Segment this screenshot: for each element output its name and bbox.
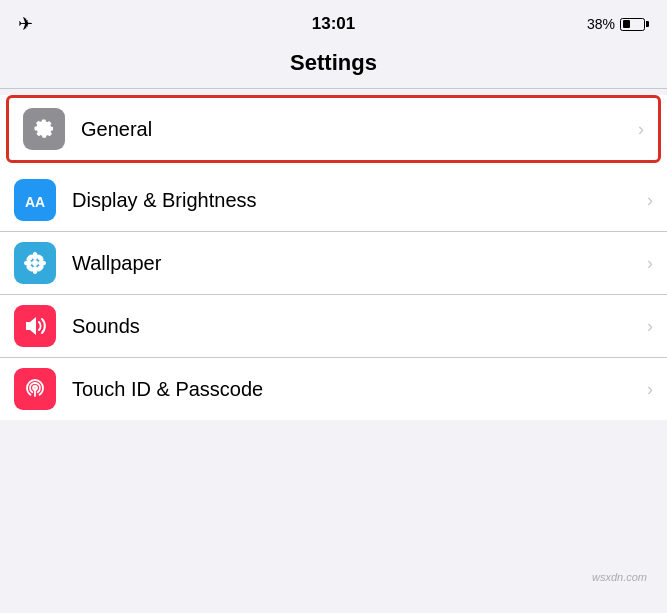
- fingerprint-svg: [22, 376, 48, 402]
- svg-point-3: [33, 266, 38, 274]
- display-icon: AA: [14, 179, 56, 221]
- svg-point-2: [33, 252, 38, 260]
- svg-point-4: [24, 261, 32, 266]
- sound-svg: [22, 313, 48, 339]
- display-label: Display & Brightness: [72, 189, 639, 212]
- page-title: Settings: [290, 50, 377, 75]
- settings-item-touchid[interactable]: Touch ID & Passcode ›: [0, 358, 667, 420]
- settings-item-wallpaper[interactable]: Wallpaper ›: [0, 232, 667, 295]
- wallpaper-chevron: ›: [647, 253, 653, 274]
- sounds-chevron: ›: [647, 316, 653, 337]
- aa-svg: AA: [22, 187, 48, 213]
- general-icon: [23, 108, 65, 150]
- sounds-label: Sounds: [72, 315, 639, 338]
- battery-tip: [646, 21, 649, 27]
- battery-fill: [623, 20, 631, 28]
- svg-point-1: [32, 260, 38, 266]
- nav-bar: Settings: [0, 44, 667, 89]
- sounds-icon: [14, 305, 56, 347]
- general-chevron: ›: [638, 119, 644, 140]
- svg-marker-10: [26, 317, 36, 335]
- status-time: 13:01: [312, 14, 355, 34]
- settings-list: General › AA Display & Brightness ›: [0, 95, 667, 420]
- status-right: 38%: [587, 16, 649, 32]
- airplane-icon: ✈: [18, 13, 33, 35]
- wallpaper-icon: [14, 242, 56, 284]
- status-left: ✈: [18, 13, 33, 35]
- settings-item-sounds[interactable]: Sounds ›: [0, 295, 667, 358]
- gear-svg: [31, 116, 57, 142]
- display-chevron: ›: [647, 190, 653, 211]
- settings-item-display[interactable]: AA Display & Brightness ›: [0, 169, 667, 232]
- battery-body: [620, 18, 645, 31]
- svg-text:AA: AA: [25, 194, 45, 210]
- wallpaper-label: Wallpaper: [72, 252, 639, 275]
- settings-item-general[interactable]: General ›: [6, 95, 661, 163]
- svg-point-5: [38, 261, 46, 266]
- touchid-label: Touch ID & Passcode: [72, 378, 639, 401]
- flower-svg: [22, 250, 48, 276]
- touchid-icon: [14, 368, 56, 410]
- battery-percentage: 38%: [587, 16, 615, 32]
- watermark: wsxdn.com: [592, 571, 647, 583]
- touchid-chevron: ›: [647, 379, 653, 400]
- status-bar: ✈ 13:01 38%: [0, 0, 667, 44]
- general-label: General: [81, 118, 630, 141]
- battery-icon: [620, 18, 649, 31]
